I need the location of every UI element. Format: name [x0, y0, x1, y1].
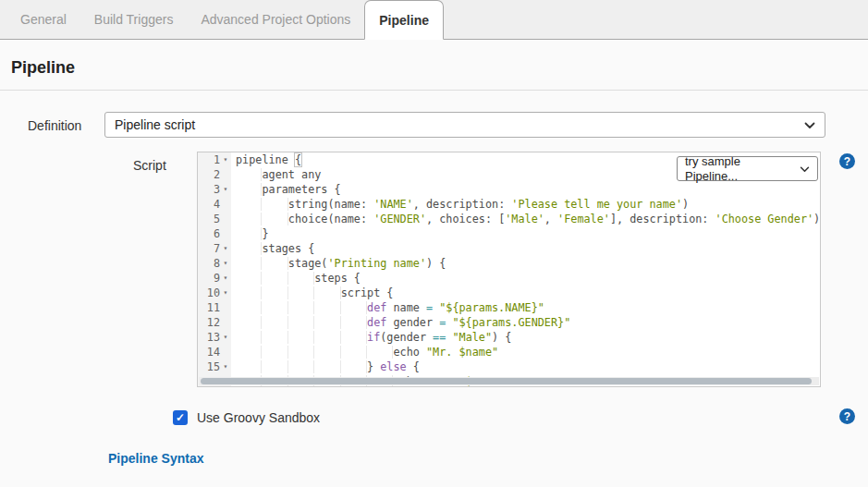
- editor-line: 10▾ script {: [198, 286, 820, 300]
- fold-arrow-icon[interactable]: ▾: [220, 286, 231, 300]
- indent-guides: [236, 242, 262, 255]
- editor-line: 4 string(name: 'NAME', description: 'Ple…: [198, 197, 820, 212]
- indent-guides: [236, 168, 262, 181]
- gutter-cell: 1▾: [198, 152, 231, 167]
- page-title: Pipeline: [11, 57, 868, 78]
- fold-arrow-icon[interactable]: ▾: [220, 241, 231, 256]
- gutter-cell: 15▾: [198, 359, 231, 374]
- editor-line: 6 }: [198, 226, 820, 241]
- token-p: string(name:: [288, 198, 373, 211]
- try-sample-pipeline-value: try sample Pipeline...: [685, 154, 792, 184]
- indent-guides: [236, 316, 367, 329]
- editor-line: 15▾ } else {: [198, 359, 820, 374]
- token-p: (gender: [380, 331, 433, 344]
- checkmark-icon: ✓: [176, 411, 185, 424]
- token-p: steps {: [314, 272, 361, 285]
- line-number: 14: [198, 345, 220, 359]
- config-tab-bar: GeneralBuild TriggersAdvanced Project Op…: [0, 0, 868, 40]
- indent-guides: [236, 183, 262, 196]
- token-p: ], description:: [610, 213, 715, 225]
- line-number: 12: [198, 315, 220, 330]
- indent-guides: [236, 198, 288, 211]
- code-text: if(gender == "Male") {: [231, 330, 820, 345]
- line-number: 10: [198, 286, 220, 300]
- fold-arrow-icon[interactable]: ▾: [220, 256, 231, 271]
- code-text: echo "Mr. $name": [231, 345, 820, 359]
- line-number: 9: [198, 271, 220, 286]
- tab-advanced-project-options[interactable]: Advanced Project Options: [187, 0, 364, 39]
- fold-arrow-icon[interactable]: ▾: [220, 152, 231, 167]
- pipeline-syntax-link[interactable]: Pipeline Syntax: [108, 451, 203, 466]
- fold-arrow-icon[interactable]: ▾: [220, 330, 231, 345]
- chevron-down-icon: [804, 117, 815, 132]
- editor-line: 14 echo "Mr. $name": [198, 345, 820, 359]
- use-groovy-sandbox-label[interactable]: Use Groovy Sandbox: [197, 410, 320, 425]
- use-groovy-sandbox-checkbox[interactable]: ✓: [173, 410, 188, 425]
- gutter-cell: 14: [198, 345, 231, 359]
- token-s: 'Female': [557, 213, 610, 225]
- try-sample-pipeline-select[interactable]: try sample Pipeline...: [677, 156, 818, 181]
- editor-line: 3▾ parameters {: [198, 182, 820, 197]
- tab-build-triggers[interactable]: Build Triggers: [80, 0, 188, 39]
- definition-select-value: Pipeline script: [115, 117, 195, 132]
- token-b: {: [295, 153, 301, 166]
- token-p: agent any: [262, 168, 321, 181]
- gutter-cell: 8▾: [198, 256, 231, 271]
- indent-guides: [236, 301, 367, 314]
- fold-arrow-icon[interactable]: ▾: [220, 182, 231, 197]
- indent-guides: [236, 257, 288, 270]
- indent-guides: [236, 346, 393, 359]
- token-p: pipeline: [236, 153, 295, 166]
- line-number: 13: [198, 330, 220, 345]
- fold-arrow-icon[interactable]: ▾: [220, 271, 231, 286]
- editor-horizontal-scrollbar[interactable]: [199, 377, 819, 385]
- sandbox-help-icon[interactable]: ?: [839, 408, 855, 424]
- definition-select[interactable]: Pipeline script: [104, 112, 825, 138]
- indent-guides: [236, 227, 262, 240]
- section-header: Pipeline: [0, 57, 868, 91]
- gutter-cell: 2: [198, 167, 231, 182]
- token-p: ) {: [492, 331, 511, 344]
- fold-arrow-icon[interactable]: ▾: [220, 359, 231, 374]
- pipeline-script-editor[interactable]: 1▾pipeline {2 agent any3▾ parameters {4 …: [197, 152, 821, 387]
- code-text: def gender = "${params.GENDER}": [231, 315, 820, 330]
- token-s: 'Choose Gender': [715, 213, 814, 225]
- script-row: Script 1▾pipeline {2 agent any3▾ paramet…: [0, 152, 868, 387]
- script-help-icon[interactable]: ?: [839, 153, 855, 169]
- gutter-cell: 7▾: [198, 241, 231, 256]
- line-number: 1: [198, 152, 220, 167]
- token-s: 'Please tell me your name': [511, 198, 682, 211]
- code-text: steps {: [231, 271, 820, 286]
- indent-guides: [236, 360, 367, 373]
- token-p: gender: [386, 316, 439, 329]
- sandbox-row: ✓ Use Groovy Sandbox ?: [0, 410, 868, 425]
- indent-guides: [236, 286, 341, 299]
- scrollbar-thumb[interactable]: [201, 378, 812, 384]
- line-number: 3: [198, 182, 220, 197]
- syntax-link-row: Pipeline Syntax: [0, 451, 868, 466]
- code-text: }: [231, 226, 820, 241]
- editor-line: 12 def gender = "${params.GENDER}": [198, 315, 820, 330]
- token-s: 'GENDER': [373, 213, 426, 225]
- token-p: }: [262, 227, 268, 240]
- tab-general[interactable]: General: [6, 0, 80, 39]
- token-p: echo: [393, 346, 426, 359]
- token-p: ): [813, 213, 820, 225]
- tab-pipeline[interactable]: Pipeline: [364, 0, 444, 40]
- token-k: if: [367, 331, 380, 344]
- code-text: stages {: [231, 241, 820, 256]
- token-s: 'Male': [505, 213, 544, 225]
- definition-row: Definition Pipeline script: [0, 112, 868, 138]
- editor-line: 5 choice(name: 'GENDER', choices: ['Male…: [198, 212, 820, 226]
- gutter-cell: 10▾: [198, 286, 231, 300]
- definition-label: Definition: [28, 112, 104, 138]
- line-number: 11: [198, 300, 220, 315]
- code-text: def name = "${params.NAME}": [231, 300, 820, 315]
- code-text: string(name: 'NAME', description: 'Pleas…: [231, 197, 820, 212]
- token-p: , description:: [413, 198, 512, 211]
- token-s: "${params.GENDER}": [452, 316, 570, 329]
- line-number: 7: [198, 241, 220, 256]
- line-number: 15: [198, 359, 220, 374]
- code-text: } else {: [231, 359, 820, 374]
- token-p: ) {: [426, 257, 446, 270]
